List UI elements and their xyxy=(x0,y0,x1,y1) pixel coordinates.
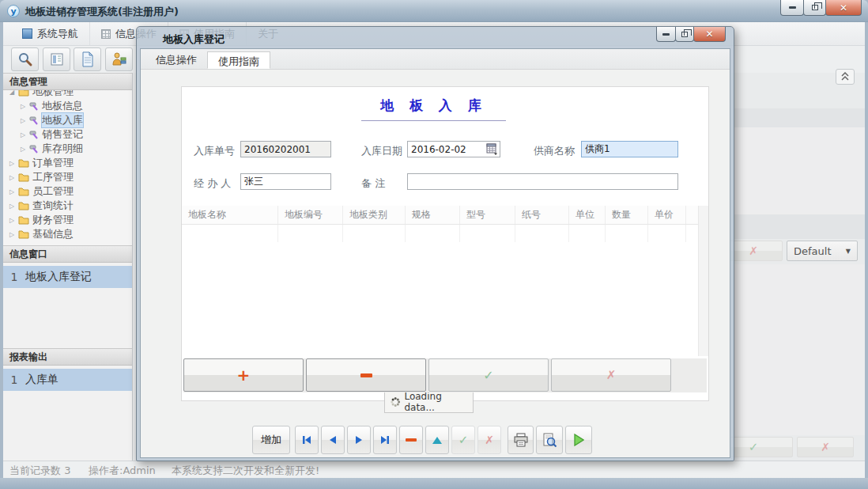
dialog-close-button[interactable]: ✕ xyxy=(693,27,726,42)
dropdown-arrow-icon: ▼ xyxy=(846,248,851,255)
grid-column-header[interactable]: 纸号 xyxy=(515,206,569,224)
expander-icon[interactable]: ▷ xyxy=(8,188,16,195)
tree-item[interactable]: ▷ 销售登记 xyxy=(3,127,132,142)
user-chart-icon xyxy=(111,51,127,67)
tree-item-root[interactable]: ◢ 地板管理 xyxy=(3,90,132,99)
form-panel: 地 板 入 库 入库单号 入库日期 xyxy=(181,86,709,401)
tab-user-guide[interactable]: 使用指南 xyxy=(207,51,270,69)
grid-delete-button[interactable] xyxy=(306,358,426,392)
nav-cancel-button[interactable]: ✗ xyxy=(477,426,501,454)
expander-icon[interactable]: ▷ xyxy=(8,160,16,167)
folder-icon xyxy=(18,216,29,225)
navigation-tree: ◢ 地板管理 ▷ 地板信息 ▷ xyxy=(3,90,132,245)
tree-folder[interactable]: ▷ 基础信息 xyxy=(3,227,132,241)
tool-icon xyxy=(29,116,39,125)
window-controls: ✕ xyxy=(781,0,862,16)
tree-item[interactable]: ▷ 库存明细 xyxy=(3,142,132,156)
dialog-window-controls: ✕ xyxy=(657,27,726,42)
system-nav-icon xyxy=(22,28,32,39)
search-button[interactable] xyxy=(11,47,39,71)
info-window-item[interactable]: 1 地板入库登记 xyxy=(3,266,132,288)
grid-scrollbar[interactable] xyxy=(698,206,708,356)
sidebar-section-info-window: 信息窗口 xyxy=(3,245,132,263)
menu-system-nav[interactable]: 系统导航 xyxy=(11,22,90,45)
tree-folder[interactable]: ▷ 财务管理 xyxy=(3,213,132,227)
user-manage-button[interactable] xyxy=(105,47,133,71)
folder-icon xyxy=(18,188,29,196)
grid-column-header[interactable]: 地板编号 xyxy=(278,206,343,224)
navigator-toolbar: 增加 xyxy=(141,426,731,456)
print-preview-button[interactable] xyxy=(536,426,563,454)
collapse-panel-button[interactable] xyxy=(836,69,855,85)
cross-icon: ✗ xyxy=(821,441,830,453)
grid-add-button[interactable]: + xyxy=(183,358,304,392)
expander-icon[interactable]: ▷ xyxy=(19,146,27,153)
supplier-input[interactable] xyxy=(581,141,678,157)
expander-icon[interactable]: ▷ xyxy=(8,217,16,224)
expander-icon[interactable]: ▷ xyxy=(8,174,16,181)
folder-icon xyxy=(18,159,29,168)
window-bottom-border xyxy=(0,478,868,489)
grid-column-header[interactable]: 地板名称 xyxy=(182,206,278,224)
document-button[interactable] xyxy=(74,47,101,71)
nav-last-button[interactable] xyxy=(373,426,397,454)
tree-folder[interactable]: ▷ 订单管理 xyxy=(3,156,132,170)
date-picker[interactable] xyxy=(407,141,500,157)
tab-info-operation[interactable]: 信息操作 xyxy=(145,49,207,69)
calendar-icon[interactable] xyxy=(486,143,498,155)
spinner-icon xyxy=(391,396,400,408)
tree-folder[interactable]: ▷ 员工管理 xyxy=(3,184,132,199)
remark-input[interactable] xyxy=(407,173,678,190)
nav-first-button[interactable] xyxy=(295,426,319,454)
grid-cancel-button[interactable]: ✗ xyxy=(551,358,671,392)
expander-icon[interactable]: ▷ xyxy=(19,103,27,110)
grid-column-header[interactable]: 地板类别 xyxy=(343,206,406,224)
restore-button[interactable] xyxy=(803,0,826,16)
expander-icon[interactable]: ▷ xyxy=(19,131,27,138)
tree-item[interactable]: ▷ 地板信息 xyxy=(3,99,132,113)
grid-button-row: + ✓ ✗ xyxy=(183,358,707,392)
grid-confirm-button[interactable]: ✓ xyxy=(428,358,549,392)
first-record-icon xyxy=(302,436,311,444)
dialog-maximize-button[interactable] xyxy=(675,27,694,42)
grid-column-header[interactable]: 单位 xyxy=(569,206,606,224)
tree-folder[interactable]: ▷ 工序管理 xyxy=(3,170,132,184)
grid-column-header[interactable]: 型号 xyxy=(460,206,515,224)
expander-icon[interactable]: ▷ xyxy=(8,203,16,210)
report-output-item[interactable]: 1 入库单 xyxy=(3,369,132,391)
nav-next-button[interactable] xyxy=(347,426,371,454)
expander-icon[interactable]: ▷ xyxy=(8,231,16,238)
default-dropdown[interactable]: Default ▼ xyxy=(787,241,858,261)
order-no-input[interactable] xyxy=(240,141,331,157)
minimize-button[interactable] xyxy=(780,0,804,16)
expander-icon[interactable]: ▷ xyxy=(19,117,27,124)
nav-delete-button[interactable] xyxy=(399,426,423,454)
edit-triangle-icon xyxy=(432,437,442,444)
run-button[interactable] xyxy=(565,426,592,454)
form-title: 地 板 入 库 xyxy=(361,97,506,121)
close-button[interactable]: ✕ xyxy=(825,0,862,16)
handler-input[interactable] xyxy=(240,173,331,190)
minus-icon xyxy=(406,438,417,442)
nav-post-button[interactable]: ✓ xyxy=(451,426,475,454)
field-label-handler: 经 办 人 xyxy=(194,176,231,191)
window-titlebar[interactable]: y 地板进销存管理系统(非注册用户) ✕ xyxy=(0,0,868,22)
nav-add-button[interactable]: 增加 xyxy=(252,426,290,454)
nav-prev-button[interactable] xyxy=(321,426,345,454)
report-button[interactable] xyxy=(43,47,70,71)
grid-column-header[interactable]: 数量 xyxy=(606,206,648,224)
nav-edit-button[interactable] xyxy=(425,426,449,454)
check-icon: ✓ xyxy=(749,440,759,454)
tree-item-selected[interactable]: ▷ 地板入库 xyxy=(3,113,132,127)
dialog-titlebar[interactable]: 地板入库登记 ✕ xyxy=(137,27,734,48)
search-icon xyxy=(17,51,33,67)
print-button[interactable] xyxy=(508,426,534,454)
grid-column-header[interactable]: 单价 xyxy=(648,206,686,224)
cross-icon: ✗ xyxy=(485,434,494,446)
grid-header-row: 地板名称 地板编号 地板类别 规格 型号 纸号 单位 数量 单价 xyxy=(182,206,708,225)
grid-column-header[interactable]: 规格 xyxy=(406,206,460,224)
bg-cancel-button-2[interactable]: ✗ xyxy=(797,437,854,457)
prev-record-icon xyxy=(329,436,337,444)
tree-folder[interactable]: ▷ 查询统计 xyxy=(3,199,132,213)
dialog-minimize-button[interactable] xyxy=(656,27,676,42)
